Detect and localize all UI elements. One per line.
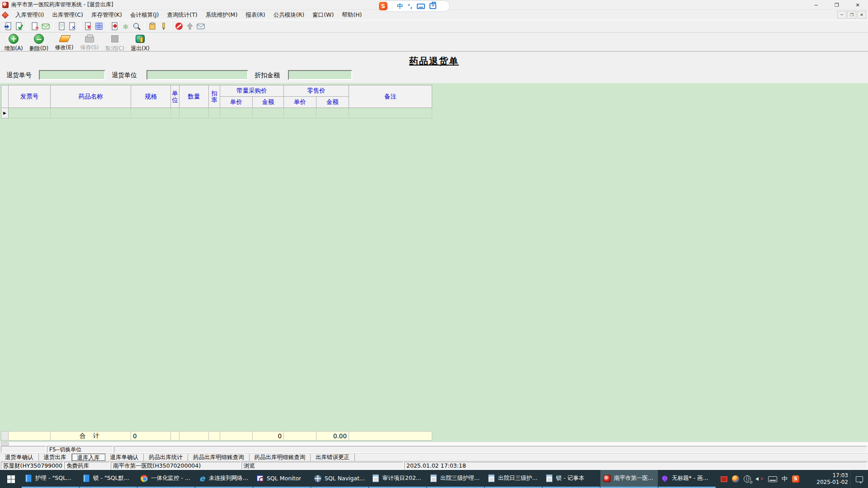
ime-toolbox-icon[interactable] bbox=[429, 3, 436, 9]
toolbar-separator bbox=[53, 22, 54, 31]
col-qty-header: 数量 bbox=[179, 85, 209, 108]
taskbar-item-paint[interactable]: 无标题* - 画... bbox=[658, 470, 716, 488]
taskbar-item-discharge-care-1[interactable]: 出院三级护理... bbox=[427, 470, 484, 488]
sql-monitor-icon bbox=[256, 474, 264, 483]
form-header: 药品退货单 退货单号 退货单位 折扣金额 bbox=[0, 52, 868, 83]
ime-punctuation-toggle[interactable]: °, bbox=[407, 2, 412, 10]
tab-outbound-error-fix[interactable]: 出库错误更正 bbox=[311, 454, 355, 461]
taskbar-clock[interactable]: 17:03 2025-01-02 bbox=[801, 470, 848, 488]
forbid-icon[interactable] bbox=[174, 21, 184, 32]
tab-outbound-stats[interactable]: 药品出库统计 bbox=[144, 454, 188, 461]
network-disconnected-icon[interactable] bbox=[744, 475, 751, 483]
delete-icon: − bbox=[33, 33, 44, 44]
upload-disabled-icon[interactable] bbox=[184, 21, 195, 32]
taskbar-item-pharmacy-app[interactable]: 南平市第一医... bbox=[600, 470, 658, 488]
toolbar-separator bbox=[80, 22, 80, 31]
return-no-input[interactable] bbox=[39, 70, 105, 80]
scrollbar-thumb[interactable] bbox=[1, 442, 9, 446]
taskbar-item-suo-notepad[interactable]: 锁 - 记事本 bbox=[542, 470, 600, 488]
table-grid-icon[interactable] bbox=[94, 21, 104, 32]
delete-button[interactable]: − 删除(D) bbox=[26, 33, 52, 52]
input-language-indicator[interactable]: 中 bbox=[782, 475, 788, 483]
tab-return-inbound[interactable]: 退库入库 bbox=[72, 454, 105, 461]
sogou-logo-icon[interactable]: S bbox=[379, 2, 387, 10]
save-icon bbox=[84, 33, 95, 43]
taskbar-item-ie[interactable]: e 未连接到网络... bbox=[195, 470, 253, 488]
taskbar-item-discharge-care-2[interactable]: 出院日三级护... bbox=[485, 470, 542, 488]
compass-icon bbox=[314, 474, 322, 483]
doc-view-icon[interactable] bbox=[56, 21, 67, 32]
pen-icon[interactable] bbox=[158, 21, 169, 32]
mdi-restore-button[interactable]: ❐ bbox=[847, 11, 856, 19]
tab-outbound-detail-query-2[interactable]: 药品出库明细账查询 bbox=[250, 454, 311, 461]
touch-keyboard-icon[interactable] bbox=[768, 476, 777, 482]
ime-language-toggle[interactable]: 中 bbox=[397, 2, 403, 10]
doc-cancel-icon[interactable]: ✕ bbox=[67, 21, 78, 32]
taskbar-item-audit-notepad[interactable]: 审计项目202... bbox=[369, 470, 426, 488]
discount-input[interactable] bbox=[288, 70, 352, 80]
book-icon bbox=[24, 474, 33, 483]
tab-return-outbound[interactable]: 退货出库 bbox=[39, 454, 72, 461]
menu-help[interactable]: 帮助(H) bbox=[338, 10, 366, 20]
totals-retail-amount: 0.00 bbox=[316, 432, 349, 441]
ime-keyboard-icon[interactable] bbox=[417, 4, 425, 9]
mail-approve-icon[interactable] bbox=[40, 21, 51, 32]
horizontal-scrollbar[interactable] bbox=[0, 441, 868, 446]
clock-time: 17:03 bbox=[832, 472, 848, 479]
start-button[interactable] bbox=[0, 470, 22, 488]
menu-inventory[interactable]: 库存管理(K) bbox=[87, 10, 126, 20]
doc-medical-icon[interactable] bbox=[109, 21, 120, 32]
doc-add-icon[interactable]: + bbox=[29, 21, 40, 32]
add-button[interactable]: + 增加(A) bbox=[1, 33, 26, 52]
taskbar-item-suo-sql[interactable]: 锁 - "SQL默... bbox=[80, 470, 137, 488]
sogou-tray-icon[interactable]: S bbox=[792, 475, 799, 483]
return-unit-label: 退货单位 bbox=[112, 71, 137, 80]
taskbar-item-monitor-chrome[interactable]: 一体化监控 - ... bbox=[137, 470, 195, 488]
menu-system-maintenance[interactable]: 系统维护(M) bbox=[202, 10, 242, 20]
doc-price-icon[interactable]: ¥ bbox=[83, 21, 94, 32]
menu-common-modules[interactable]: 公共模块(R) bbox=[269, 10, 308, 20]
sphere-tray-icon[interactable] bbox=[732, 475, 739, 483]
return-no-label: 退货单号 bbox=[6, 71, 32, 80]
menu-outbound[interactable]: 出库管理(C) bbox=[48, 10, 87, 20]
screen-capture-tray-icon[interactable] bbox=[721, 476, 727, 482]
mdi-close-button[interactable]: ✕ bbox=[857, 11, 866, 19]
tab-outbound-detail-query-1[interactable]: 药品出库明细账查询 bbox=[188, 454, 250, 461]
col-retail-amount-header: 金额 bbox=[316, 97, 349, 108]
col-volume-amount-header: 金额 bbox=[253, 97, 284, 108]
menu-inbound[interactable]: 入库管理(I) bbox=[11, 10, 48, 20]
col-drug-name-header: 药品名称 bbox=[51, 85, 131, 108]
notification-icon bbox=[856, 476, 863, 482]
return-unit-input[interactable] bbox=[146, 70, 248, 80]
tab-return-slip-confirm[interactable]: 退库单确认 bbox=[105, 454, 144, 461]
doc-import-icon[interactable] bbox=[3, 21, 14, 32]
svg-text:✕: ✕ bbox=[71, 25, 75, 31]
exit-button[interactable]: 退出(X) bbox=[127, 33, 153, 52]
search-icon[interactable] bbox=[131, 21, 142, 32]
taskbar-item-huli-sql[interactable]: 护理 - "SQL... bbox=[22, 470, 79, 488]
minimize-button[interactable]: ─ bbox=[806, 0, 826, 10]
volume-muted-icon[interactable] bbox=[755, 475, 764, 483]
clipboard-icon[interactable] bbox=[147, 21, 158, 32]
menu-accounting[interactable]: 会计核算(J) bbox=[126, 10, 163, 20]
exit-icon bbox=[135, 33, 146, 44]
svg-text:✱: ✱ bbox=[123, 23, 128, 31]
menu-reports[interactable]: 报表(R) bbox=[241, 10, 269, 20]
taskbar-item-sql-navigator[interactable]: SQL Navigat... bbox=[311, 470, 368, 488]
menu-window[interactable]: 窗口(W) bbox=[308, 10, 338, 20]
maximize-button[interactable]: ❐ bbox=[826, 0, 847, 10]
cancel-button: 取消(C) bbox=[102, 33, 127, 52]
window-title: 南平市第一医院药库管理系统 - [退货出库] bbox=[11, 1, 113, 9]
close-button[interactable]: ✕ bbox=[847, 0, 868, 10]
refresh-leaf-icon[interactable]: ✱ bbox=[120, 21, 131, 32]
mail-icon[interactable] bbox=[195, 21, 206, 32]
edit-button[interactable]: 修改(E) bbox=[52, 33, 77, 52]
tab-return-confirm[interactable]: 退货单确认 bbox=[0, 454, 39, 461]
action-center-button[interactable] bbox=[850, 470, 868, 488]
totals-qty: 0 bbox=[131, 432, 171, 441]
grid-empty-row[interactable]: ▶ bbox=[1, 108, 432, 118]
mdi-minimize-button[interactable]: ─ bbox=[837, 11, 846, 19]
doc-verify-icon[interactable] bbox=[14, 21, 24, 32]
menu-query-stats[interactable]: 查询统计(T) bbox=[163, 10, 201, 20]
taskbar-item-sql-monitor[interactable]: SQL Monitor bbox=[253, 470, 311, 488]
